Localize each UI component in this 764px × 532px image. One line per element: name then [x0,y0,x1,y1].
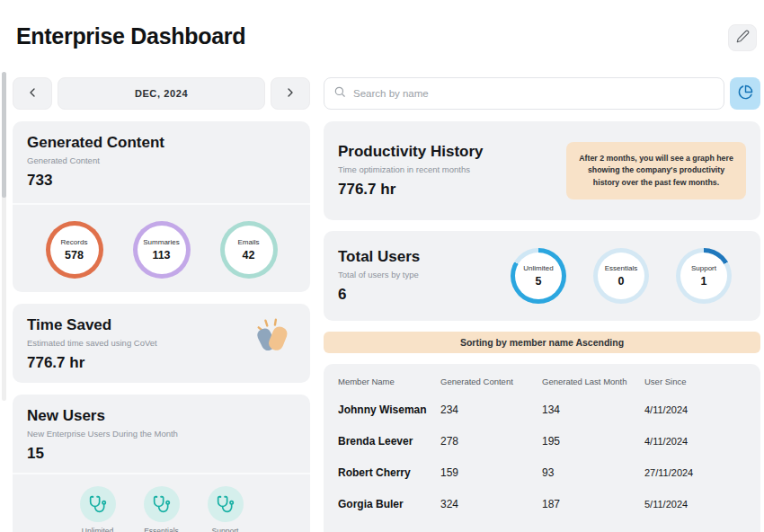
current-month-button[interactable]: DEC, 2024 [58,77,265,110]
generated-last-month-value: 134 [542,403,644,416]
table-header-row: Member Name Generated Content Generated … [338,377,746,386]
card-value: 733 [27,171,296,191]
ring-label: Unlimited [523,264,553,273]
pen-icon [736,30,750,47]
chevron-left-icon [25,85,40,102]
ring-label: Support [691,264,716,273]
card-subtitle: New Enterprise Users During the Month [27,429,296,439]
ring-value: 1 [701,275,707,288]
card-value: 776.7 hr [338,180,484,200]
clapping-hands-emoji [253,315,294,359]
col-header-member-name[interactable]: Member Name [338,377,440,386]
total-users-text: Total Users Total of users by type 6 [338,248,420,305]
date-navigation: DEC, 2024 [13,77,310,110]
ring-label: Records [61,238,88,247]
ring-value: 578 [65,249,84,262]
members-table-card: Member Name Generated Content Generated … [324,364,760,532]
user-type-label: Essentials [144,527,179,532]
ring-label: Summaries [143,238,179,247]
user-type-label: Support [212,527,239,532]
next-month-button[interactable] [271,77,310,110]
unlimited-donut: Unlimited 5 [511,248,566,304]
chevron-right-icon [283,85,298,102]
essentials-donut: Essentials 0 [593,248,649,304]
card-title: New Users [27,407,296,425]
edit-button[interactable] [728,24,757,51]
generated-content-value: 278 [440,435,542,448]
user-since-value: 4/11/2024 [644,404,746,415]
table-body: Johnny Wiseman 234 134 4/11/2024 Brenda … [338,394,746,519]
stethoscope-icon [208,486,244,522]
productivity-history-card: Productivity History Time optimization i… [324,121,760,220]
card-subtitle: Generated Content [27,155,296,165]
ring-value: 113 [152,249,170,262]
time-saved-card: Time Saved Estimated time saved using Co… [13,304,310,383]
col-header-generated-last-month[interactable]: Generated Last Month [542,377,644,386]
total-users-card: Total Users Total of users by type 6 Unl… [324,231,760,321]
ring-value: 42 [243,249,255,262]
search-icon [333,85,346,102]
generated-content-card: Generated Content Generated Content 733 … [13,121,310,292]
emails-donut: Emails 42 [220,221,278,279]
col-header-user-since[interactable]: User Since [644,377,746,386]
divider [13,473,310,474]
ring-value: 5 [536,275,542,288]
card-subtitle: Time optimization in recent months [338,164,484,174]
support-donut: Support 1 [676,248,732,304]
search-row [324,77,760,110]
ring-label: Emails [237,238,259,247]
right-column: Productivity History Time optimization i… [324,77,760,532]
chart-view-button[interactable] [730,77,760,110]
col-header-generated-content[interactable]: Generated Content [440,377,542,386]
card-title: Productivity History [338,143,484,161]
pie-chart-icon [738,84,753,102]
search-box[interactable] [324,77,724,110]
sorting-banner[interactable]: Sorting by member name Ascending [324,332,760,353]
generated-last-month-value: 93 [542,466,644,479]
ring-value: 0 [618,275,625,288]
card-value: 15 [27,444,296,464]
stethoscope-icon [80,486,116,522]
generated-last-month-value: 195 [542,435,644,448]
table-row[interactable]: Johnny Wiseman 234 134 4/11/2024 [338,394,746,425]
user-type-rings: Unlimited 5 Essentials 0 Support 1 [511,248,732,304]
user-types-row: Unlimited Essentials [27,486,296,532]
scrollbar-thumb[interactable] [2,72,6,198]
page-title: Enterprise Dashboard [16,23,245,49]
records-donut: Records 578 [46,221,103,279]
content-rings: Records 578 Summaries 113 Emails 42 [27,221,296,279]
productivity-notice: After 2 months, you will see a graph her… [566,142,746,200]
scrollbar-track[interactable] [2,72,6,401]
user-type-unlimited: Unlimited [69,486,126,532]
user-type-essentials: Essentials [133,486,190,532]
user-since-value: 4/11/2024 [644,436,746,447]
card-subtitle: Total of users by type [338,270,420,279]
left-column: DEC, 2024 Generated Content Generated Co… [13,77,310,532]
search-input[interactable] [353,88,715,99]
prev-month-button[interactable] [13,77,52,110]
enterprise-dashboard: Enterprise Dashboard DEC, 2024 Gen [0,0,764,532]
table-row[interactable]: Robert Cherry 159 93 27/11/2024 [338,457,746,488]
productivity-text: Productivity History Time optimization i… [338,143,484,200]
table-row[interactable]: Brenda Leever 278 195 4/11/2024 [338,425,746,457]
user-since-value: 5/11/2024 [644,499,746,510]
member-name: Brenda Leever [338,435,440,448]
card-title: Generated Content [27,134,296,152]
generated-content-value: 234 [440,403,542,416]
ring-label: Essentials [605,264,637,273]
user-since-value: 27/11/2024 [644,467,746,478]
card-value: 6 [338,285,420,305]
card-title: Total Users [338,248,420,266]
member-name: Gorgia Buler [338,498,440,510]
new-users-card: New Users New Enterprise Users During th… [13,395,310,532]
stethoscope-icon [144,486,180,522]
member-name: Johnny Wiseman [338,403,440,416]
generated-content-value: 159 [440,466,542,479]
table-row[interactable]: Gorgia Buler 324 187 5/11/2024 [338,488,746,519]
summaries-donut: Summaries 113 [133,221,191,279]
user-type-support: Support [197,486,253,532]
generated-content-value: 324 [440,498,542,510]
member-name: Robert Cherry [338,466,440,479]
generated-last-month-value: 187 [542,498,644,510]
user-type-label: Unlimited [82,527,113,532]
